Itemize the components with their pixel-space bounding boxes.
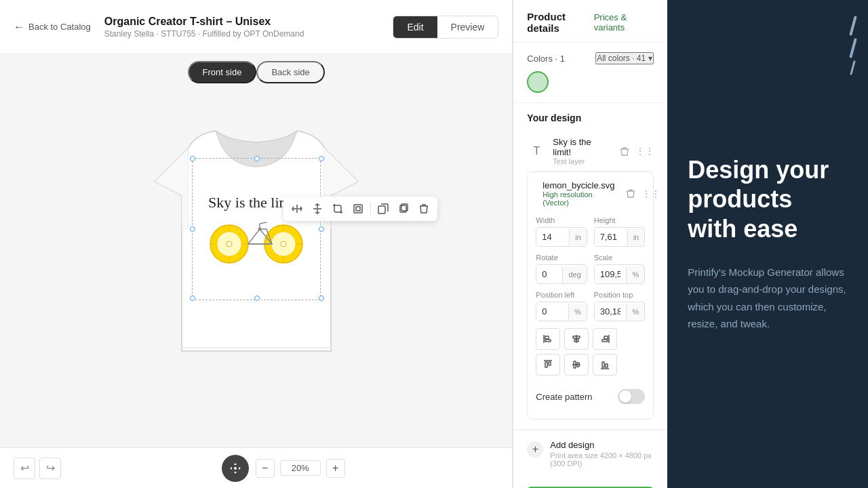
text-layer-item[interactable]: T Sky is the limit! Text layer ⋮⋮ bbox=[527, 131, 654, 171]
svg-point-15 bbox=[258, 228, 261, 231]
frame-icon[interactable] bbox=[349, 199, 368, 218]
svg-point-3 bbox=[226, 241, 232, 247]
center-tools: − 20% + bbox=[68, 455, 498, 482]
text-layer-info: Sky is the limit! Text layer bbox=[553, 137, 609, 165]
deco-line-3 bbox=[850, 60, 856, 75]
svg-rect-34 bbox=[604, 336, 608, 339]
handle-left-mid[interactable] bbox=[190, 226, 195, 232]
zoom-out-button[interactable]: − bbox=[256, 459, 275, 478]
add-design-button[interactable]: + Add design Print area size 4200 × 4800… bbox=[527, 440, 654, 468]
tab-back-side[interactable]: Back side bbox=[256, 61, 324, 83]
design-print-area[interactable]: Sky is the limit! bbox=[192, 158, 321, 300]
size-fields: Width in Height in bbox=[536, 216, 645, 247]
crop-icon[interactable] bbox=[328, 199, 347, 218]
colors-section: Colors · 1 All colors · 41 ▾ bbox=[513, 43, 667, 103]
align-left-button[interactable] bbox=[536, 328, 560, 350]
alignment-tools bbox=[536, 328, 645, 375]
add-design-title: Add design bbox=[550, 440, 654, 450]
rotate-input[interactable] bbox=[536, 265, 562, 283]
hero-heading: Design your products with ease bbox=[688, 155, 848, 243]
pattern-toggle[interactable] bbox=[618, 389, 645, 404]
deco-line-1 bbox=[849, 16, 857, 36]
align-top-button[interactable] bbox=[536, 354, 560, 375]
position-fields: Position left % Position top % bbox=[536, 291, 645, 321]
product-details-panel: Product details Prices & variants Colors… bbox=[513, 0, 667, 488]
text-layer-icon: T bbox=[527, 142, 546, 161]
handle-top-left[interactable] bbox=[190, 156, 195, 161]
prices-variants-link[interactable]: Prices & variants bbox=[594, 12, 654, 33]
width-unit: in bbox=[569, 229, 587, 245]
height-field: Height in bbox=[594, 216, 645, 247]
delete-icon[interactable] bbox=[414, 199, 433, 218]
position-left-unit: % bbox=[568, 304, 587, 320]
decorative-lines bbox=[852, 14, 854, 77]
flip-vertical-icon[interactable] bbox=[308, 199, 327, 218]
hero-sidebar: Design your products with ease Printify'… bbox=[667, 0, 868, 488]
tab-preview[interactable]: Preview bbox=[437, 16, 498, 38]
image-layer-actions: ⋮⋮ bbox=[622, 185, 660, 203]
flip-horizontal-icon[interactable] bbox=[288, 199, 307, 218]
bottom-bar: ↩ ↪ − 20% + bbox=[0, 447, 512, 488]
handle-right-mid[interactable] bbox=[319, 226, 324, 232]
colors-label: Colors · 1 bbox=[527, 54, 565, 64]
svg-rect-28 bbox=[545, 336, 549, 339]
handle-bottom-mid[interactable] bbox=[254, 296, 260, 301]
text-layer-more-button[interactable]: ⋮⋮ bbox=[636, 142, 654, 160]
duplicate-icon[interactable] bbox=[394, 199, 413, 218]
svg-rect-38 bbox=[549, 362, 551, 365]
scale-unit: % bbox=[626, 266, 644, 283]
image-layer-header: lemon_bycicle.svg High resolution (Vecto… bbox=[536, 180, 645, 207]
editor-panel: ← Back to Catalog Organic Creator T-shir… bbox=[0, 0, 513, 488]
all-colors-button[interactable]: All colors · 41 ▾ bbox=[595, 52, 654, 64]
tshirt-canvas[interactable]: Sky is the limit! bbox=[134, 94, 378, 378]
redo-button[interactable]: ↪ bbox=[39, 458, 61, 479]
image-layer-name: lemon_bycicle.svg bbox=[542, 180, 614, 190]
save-section: Save product bbox=[513, 477, 667, 488]
handle-top-mid[interactable] bbox=[254, 156, 260, 161]
rotate-label: Rotate bbox=[536, 253, 587, 262]
move-tool-button[interactable] bbox=[222, 455, 249, 482]
image-layer-card: lemon_bycicle.svg High resolution (Vecto… bbox=[527, 171, 654, 420]
design-toolbar bbox=[283, 197, 437, 221]
zoom-in-button[interactable]: + bbox=[326, 459, 345, 478]
your-design-title: Your design bbox=[527, 113, 654, 123]
tab-edit[interactable]: Edit bbox=[393, 16, 437, 38]
text-layer-name: Sky is the limit! bbox=[553, 137, 609, 157]
position-top-input[interactable] bbox=[595, 302, 627, 321]
top-bar: ← Back to Catalog Organic Creator T-shir… bbox=[0, 0, 512, 54]
color-swatch-green[interactable] bbox=[527, 71, 549, 93]
align-center-v-button[interactable] bbox=[564, 354, 589, 375]
tab-front-side[interactable]: Front side bbox=[188, 61, 257, 83]
rotate-field: Rotate deg bbox=[536, 253, 587, 284]
text-layer-actions: ⋮⋮ bbox=[616, 142, 654, 160]
image-layer-more-button[interactable]: ⋮⋮ bbox=[642, 185, 660, 203]
height-label: Height bbox=[594, 216, 645, 224]
align-bottom-button[interactable] bbox=[593, 354, 617, 375]
back-label: Back to Catalog bbox=[28, 22, 91, 32]
copy-style-icon[interactable] bbox=[374, 199, 393, 218]
hero-line3: with ease bbox=[688, 215, 797, 243]
align-center-h-button[interactable] bbox=[564, 328, 589, 350]
scale-input[interactable] bbox=[595, 265, 627, 283]
text-layer-delete-button[interactable] bbox=[616, 142, 633, 160]
position-left-input[interactable] bbox=[536, 302, 568, 321]
svg-rect-22 bbox=[378, 206, 385, 214]
undo-button[interactable]: ↩ bbox=[14, 458, 35, 479]
handle-top-right[interactable] bbox=[319, 156, 324, 161]
svg-rect-20 bbox=[354, 205, 362, 213]
zoom-value-display[interactable]: 20% bbox=[280, 460, 321, 476]
lemon-bike-image[interactable] bbox=[205, 217, 307, 264]
image-layer-delete-button[interactable] bbox=[622, 185, 639, 203]
back-to-catalog-link[interactable]: ← Back to Catalog bbox=[14, 21, 91, 33]
align-right-button[interactable] bbox=[593, 328, 617, 350]
add-design-description: Print area size 4200 × 4800 px (300 DPI) bbox=[550, 451, 654, 468]
width-input[interactable] bbox=[536, 228, 569, 246]
pattern-label: Create pattern bbox=[536, 392, 592, 402]
svg-rect-35 bbox=[602, 340, 608, 342]
product-info: Organic Creator T-shirt – Unisex Stanley… bbox=[104, 16, 380, 39]
svg-rect-29 bbox=[545, 340, 551, 342]
image-layer-info: lemon_bycicle.svg High resolution (Vecto… bbox=[542, 180, 614, 207]
handle-bottom-left[interactable] bbox=[190, 296, 195, 301]
handle-bottom-right[interactable] bbox=[319, 296, 324, 301]
height-input[interactable] bbox=[595, 228, 627, 246]
